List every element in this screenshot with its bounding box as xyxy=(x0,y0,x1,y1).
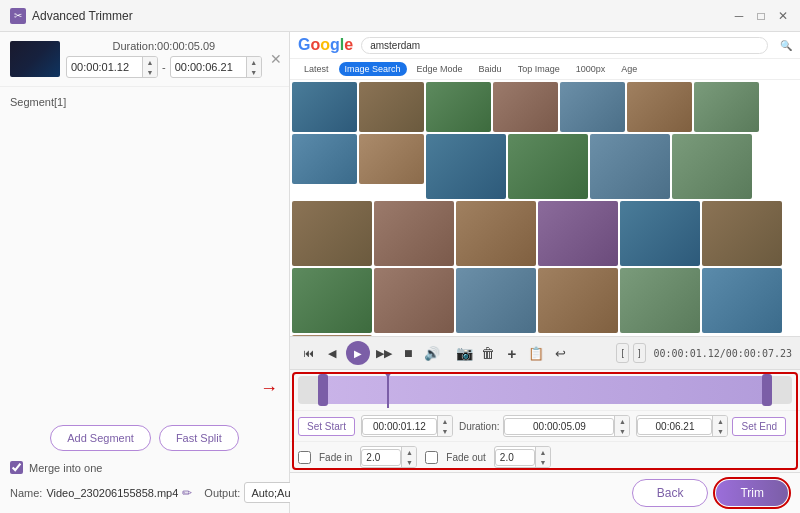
image-cell-3[interactable] xyxy=(493,82,558,132)
delete-button[interactable]: 🗑 xyxy=(478,343,498,363)
fade-in-checkbox[interactable] xyxy=(298,451,311,464)
clip-in-button[interactable]: [ xyxy=(616,343,629,363)
play-pause-button[interactable]: ▶ xyxy=(346,341,370,365)
trim-duration-up[interactable]: ▲ xyxy=(615,416,629,426)
image-cell-18[interactable] xyxy=(702,201,782,266)
filter-tab-age[interactable]: Age xyxy=(615,62,643,76)
google-search-input[interactable] xyxy=(361,37,768,54)
image-cell-25[interactable] xyxy=(292,335,372,336)
start-time-up[interactable]: ▲ xyxy=(143,57,157,67)
stop-button[interactable]: ⏹ xyxy=(398,343,418,363)
skip-to-start-button[interactable]: ⏮ xyxy=(298,343,318,363)
image-grid xyxy=(290,80,800,336)
google-logo: Google xyxy=(298,36,353,54)
fade-out-checkbox[interactable] xyxy=(425,451,438,464)
image-cell-15[interactable] xyxy=(456,201,536,266)
start-time-down[interactable]: ▼ xyxy=(143,67,157,77)
image-cell-0[interactable] xyxy=(292,82,357,132)
prev-frame-button[interactable]: ◀ xyxy=(322,343,342,363)
fade-out-down[interactable]: ▼ xyxy=(536,457,550,467)
filter-tab-top-image[interactable]: Top Image xyxy=(512,62,566,76)
fade-out-input[interactable] xyxy=(495,449,535,466)
image-cell-21[interactable] xyxy=(456,268,536,333)
output-label: Output: xyxy=(204,487,240,499)
copy-button[interactable]: 📋 xyxy=(526,343,546,363)
clip-out-button[interactable]: ] xyxy=(633,343,646,363)
fade-out-spinners: ▲ ▼ xyxy=(535,447,550,467)
image-cell-19[interactable] xyxy=(292,268,372,333)
fast-split-button[interactable]: Fast Split xyxy=(159,425,239,451)
trim-end-up[interactable]: ▲ xyxy=(713,416,727,426)
end-time-up[interactable]: ▲ xyxy=(247,57,261,67)
volume-button[interactable]: 🔊 xyxy=(422,343,442,363)
image-cell-7[interactable] xyxy=(292,134,357,184)
trim-start-up[interactable]: ▲ xyxy=(438,416,452,426)
trim-start-spinners: ▲ ▼ xyxy=(437,416,452,436)
next-frame-button[interactable]: ▶▶ xyxy=(374,343,394,363)
image-cell-8[interactable] xyxy=(359,134,424,184)
end-time-down[interactable]: ▼ xyxy=(247,67,261,77)
start-time-spinners: ▲ ▼ xyxy=(142,57,157,77)
trim-start-down[interactable]: ▼ xyxy=(438,426,452,436)
merge-label: Merge into one xyxy=(29,462,102,474)
timeline-handle-left[interactable] xyxy=(318,374,328,406)
merge-option: Merge into one xyxy=(0,461,289,482)
filter-tab-latest[interactable]: Latest xyxy=(298,62,335,76)
add-segment-button[interactable]: Add Segment xyxy=(50,425,151,451)
back-button[interactable]: Back xyxy=(632,479,709,507)
image-cell-13[interactable] xyxy=(292,201,372,266)
window-controls: ─ □ ✕ xyxy=(732,9,790,23)
minimize-button[interactable]: ─ xyxy=(732,9,746,23)
set-end-button[interactable]: Set End xyxy=(732,417,786,436)
trim-input-controls: Set Start ▲ ▼ Duration: ▲ ▼ xyxy=(290,411,800,442)
screenshot-button[interactable]: 📷 xyxy=(454,343,474,363)
edit-filename-icon[interactable]: ✏ xyxy=(182,486,192,500)
image-cell-11[interactable] xyxy=(590,134,670,199)
merge-checkbox[interactable] xyxy=(10,461,23,474)
add-button[interactable]: + xyxy=(502,343,522,363)
browser-mock: Google 🔍 Latest Image Search Edge Mode B… xyxy=(290,32,800,336)
timeline-handle-right[interactable] xyxy=(762,374,772,406)
image-cell-5[interactable] xyxy=(627,82,692,132)
image-cell-12[interactable] xyxy=(672,134,752,199)
segment-list: Segment[1] xyxy=(0,87,289,117)
trim-button[interactable]: Trim xyxy=(716,480,788,506)
fade-in-input[interactable] xyxy=(361,449,401,466)
fade-in-down[interactable]: ▼ xyxy=(402,457,416,467)
fade-in-label: Fade in xyxy=(319,452,352,463)
image-cell-23[interactable] xyxy=(620,268,700,333)
undo-button[interactable]: ↩ xyxy=(550,343,570,363)
image-cell-10[interactable] xyxy=(508,134,588,199)
trim-start-input[interactable] xyxy=(362,418,437,435)
trim-end-input[interactable] xyxy=(637,418,712,435)
close-button[interactable]: ✕ xyxy=(776,9,790,23)
filter-tab-image-search[interactable]: Image Search xyxy=(339,62,407,76)
filter-tab-1000px[interactable]: 1000px xyxy=(570,62,612,76)
filter-tab-edge-mode[interactable]: Edge Mode xyxy=(411,62,469,76)
image-cell-22[interactable] xyxy=(538,268,618,333)
image-cell-9[interactable] xyxy=(426,134,506,199)
trim-duration-input[interactable] xyxy=(504,418,614,435)
image-cell-17[interactable] xyxy=(620,201,700,266)
image-cell-4[interactable] xyxy=(560,82,625,132)
trim-end-down[interactable]: ▼ xyxy=(713,426,727,436)
filter-tab-baidu[interactable]: Baidu xyxy=(473,62,508,76)
app-title: Advanced Trimmer xyxy=(32,9,732,23)
end-time-input[interactable] xyxy=(171,59,246,75)
image-cell-6[interactable] xyxy=(694,82,759,132)
start-time-input[interactable] xyxy=(67,59,142,75)
maximize-button[interactable]: □ xyxy=(754,9,768,23)
image-cell-24[interactable] xyxy=(702,268,782,333)
image-cell-1[interactable] xyxy=(359,82,424,132)
image-cell-20[interactable] xyxy=(374,268,454,333)
set-start-button[interactable]: Set Start xyxy=(298,417,355,436)
fade-out-up[interactable]: ▲ xyxy=(536,447,550,457)
title-bar: ✂ Advanced Trimmer ─ □ ✕ xyxy=(0,0,800,32)
image-cell-2[interactable] xyxy=(426,82,491,132)
image-cell-14[interactable] xyxy=(374,201,454,266)
close-clip-button[interactable]: ✕ xyxy=(268,49,284,69)
image-cell-16[interactable] xyxy=(538,201,618,266)
file-info: Name: Video_230206155858.mp4 ✏ Output: A… xyxy=(0,482,289,513)
trim-duration-down[interactable]: ▼ xyxy=(615,426,629,436)
fade-in-up[interactable]: ▲ xyxy=(402,447,416,457)
